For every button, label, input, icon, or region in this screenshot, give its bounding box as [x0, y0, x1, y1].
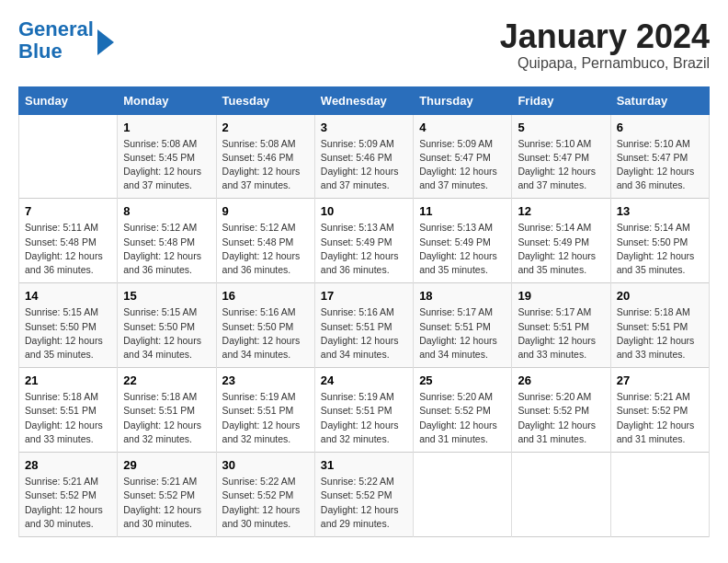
daylight-text-2: and 37 minutes. [518, 179, 586, 190]
daylight-text: Daylight: 12 hours [222, 504, 301, 515]
daylight-text-2: and 31 minutes. [419, 433, 488, 444]
sunrise-text: Sunrise: 5:18 AM [123, 391, 197, 402]
sunset-text: Sunset: 5:52 PM [25, 489, 97, 500]
header-thursday: Thursday [414, 86, 512, 114]
day-info: Sunrise: 5:18 AMSunset: 5:51 PMDaylight:… [123, 390, 210, 446]
daylight-text-2: and 32 minutes. [123, 433, 192, 444]
sunrise-text: Sunrise: 5:20 AM [419, 391, 493, 402]
daylight-text-2: and 32 minutes. [222, 433, 291, 444]
calendar-cell: 23Sunrise: 5:19 AMSunset: 5:51 PMDayligh… [216, 368, 314, 453]
calendar-cell: 7Sunrise: 5:11 AMSunset: 5:48 PMDaylight… [19, 199, 118, 283]
sunset-text: Sunset: 5:52 PM [222, 489, 294, 500]
sunrise-text: Sunrise: 5:12 AM [222, 222, 296, 233]
calendar-cell: 17Sunrise: 5:16 AMSunset: 5:51 PMDayligh… [314, 283, 413, 368]
daylight-text: Daylight: 12 hours [321, 504, 399, 515]
daylight-text: Daylight: 12 hours [123, 419, 201, 431]
daylight-text: Daylight: 12 hours [222, 166, 301, 177]
daylight-text: Daylight: 12 hours [25, 250, 103, 261]
day-number: 16 [222, 289, 309, 303]
daylight-text: Daylight: 12 hours [222, 250, 301, 261]
sunrise-text: Sunrise: 5:22 AM [321, 476, 394, 487]
sunset-text: Sunset: 5:51 PM [419, 321, 491, 332]
sunrise-text: Sunrise: 5:11 AM [25, 222, 98, 233]
calendar-table: SundayMondayTuesdayWednesdayThursdayFrid… [18, 86, 710, 537]
daylight-text: Daylight: 12 hours [321, 335, 399, 346]
sunrise-text: Sunrise: 5:19 AM [321, 391, 394, 402]
day-number: 18 [419, 289, 506, 303]
sunset-text: Sunset: 5:49 PM [419, 236, 491, 247]
day-number: 21 [25, 373, 111, 387]
header-sunday: Sunday [19, 86, 118, 114]
daylight-text: Daylight: 12 hours [617, 419, 695, 431]
day-number: 19 [518, 289, 604, 303]
calendar-cell [610, 453, 709, 537]
header-monday: Monday [118, 86, 216, 114]
calendar-cell: 3Sunrise: 5:09 AMSunset: 5:46 PMDaylight… [314, 114, 413, 199]
calendar-cell: 28Sunrise: 5:21 AMSunset: 5:52 PMDayligh… [19, 453, 118, 537]
sunset-text: Sunset: 5:48 PM [222, 236, 294, 247]
sunset-text: Sunset: 5:48 PM [25, 236, 97, 247]
sunrise-text: Sunrise: 5:10 AM [518, 138, 591, 149]
sunset-text: Sunset: 5:51 PM [222, 405, 294, 416]
daylight-text-2: and 36 minutes. [123, 264, 192, 275]
day-number: 13 [617, 204, 703, 218]
day-info: Sunrise: 5:09 AMSunset: 5:46 PMDaylight:… [321, 137, 407, 193]
sunrise-text: Sunrise: 5:13 AM [321, 222, 394, 233]
day-info: Sunrise: 5:12 AMSunset: 5:48 PMDaylight:… [123, 221, 210, 277]
calendar-cell: 31Sunrise: 5:22 AMSunset: 5:52 PMDayligh… [314, 453, 413, 537]
sunrise-text: Sunrise: 5:21 AM [617, 391, 690, 402]
day-info: Sunrise: 5:10 AMSunset: 5:47 PMDaylight:… [518, 137, 604, 193]
sunrise-text: Sunrise: 5:10 AM [617, 138, 690, 149]
daylight-text: Daylight: 12 hours [419, 166, 497, 177]
day-number: 26 [518, 373, 604, 387]
calendar-cell [19, 114, 118, 199]
day-number: 29 [123, 458, 210, 472]
day-number: 14 [25, 289, 111, 303]
sunset-text: Sunset: 5:50 PM [123, 321, 195, 332]
logo-line1: General [18, 17, 94, 40]
header-saturday: Saturday [610, 86, 709, 114]
day-number: 11 [419, 204, 506, 218]
day-info: Sunrise: 5:22 AMSunset: 5:52 PMDaylight:… [222, 475, 309, 531]
sunrise-text: Sunrise: 5:14 AM [617, 222, 690, 233]
sunset-text: Sunset: 5:51 PM [25, 405, 97, 416]
day-number: 31 [321, 458, 407, 472]
calendar-cell: 20Sunrise: 5:18 AMSunset: 5:51 PMDayligh… [610, 283, 709, 368]
sunset-text: Sunset: 5:51 PM [321, 405, 392, 416]
sunset-text: Sunset: 5:51 PM [518, 321, 589, 332]
calendar-week-4: 21Sunrise: 5:18 AMSunset: 5:51 PMDayligh… [19, 368, 710, 453]
daylight-text-2: and 33 minutes. [25, 433, 94, 444]
day-info: Sunrise: 5:11 AMSunset: 5:48 PMDaylight:… [25, 221, 111, 277]
calendar-cell: 16Sunrise: 5:16 AMSunset: 5:50 PMDayligh… [216, 283, 314, 368]
day-info: Sunrise: 5:08 AMSunset: 5:45 PMDaylight:… [123, 137, 210, 193]
daylight-text-2: and 31 minutes. [617, 433, 686, 444]
day-number: 25 [419, 373, 506, 387]
sunrise-text: Sunrise: 5:21 AM [25, 476, 98, 487]
calendar-week-5: 28Sunrise: 5:21 AMSunset: 5:52 PMDayligh… [19, 453, 710, 537]
day-info: Sunrise: 5:10 AMSunset: 5:47 PMDaylight:… [617, 137, 703, 193]
day-number: 9 [222, 204, 309, 218]
calendar-cell: 18Sunrise: 5:17 AMSunset: 5:51 PMDayligh… [414, 283, 512, 368]
daylight-text-2: and 37 minutes. [321, 179, 390, 190]
day-number: 24 [321, 373, 407, 387]
day-number: 22 [123, 373, 210, 387]
sunrise-text: Sunrise: 5:08 AM [222, 138, 296, 149]
daylight-text-2: and 37 minutes. [419, 179, 488, 190]
day-number: 8 [123, 204, 210, 218]
day-info: Sunrise: 5:08 AMSunset: 5:46 PMDaylight:… [222, 137, 309, 193]
sunset-text: Sunset: 5:50 PM [617, 236, 688, 247]
calendar-cell: 27Sunrise: 5:21 AMSunset: 5:52 PMDayligh… [610, 368, 709, 453]
daylight-text-2: and 36 minutes. [321, 264, 390, 275]
calendar-cell: 21Sunrise: 5:18 AMSunset: 5:51 PMDayligh… [19, 368, 118, 453]
header-wednesday: Wednesday [314, 86, 413, 114]
sunrise-text: Sunrise: 5:22 AM [222, 476, 296, 487]
calendar-cell: 26Sunrise: 5:20 AMSunset: 5:52 PMDayligh… [512, 368, 610, 453]
day-info: Sunrise: 5:21 AMSunset: 5:52 PMDaylight:… [617, 390, 703, 446]
day-info: Sunrise: 5:21 AMSunset: 5:52 PMDaylight:… [25, 475, 111, 531]
calendar-cell: 29Sunrise: 5:21 AMSunset: 5:52 PMDayligh… [118, 453, 216, 537]
sunset-text: Sunset: 5:47 PM [518, 152, 589, 163]
sunrise-text: Sunrise: 5:09 AM [321, 138, 394, 149]
daylight-text-2: and 34 minutes. [123, 349, 192, 360]
sunset-text: Sunset: 5:51 PM [321, 321, 392, 332]
calendar-week-3: 14Sunrise: 5:15 AMSunset: 5:50 PMDayligh… [19, 283, 710, 368]
